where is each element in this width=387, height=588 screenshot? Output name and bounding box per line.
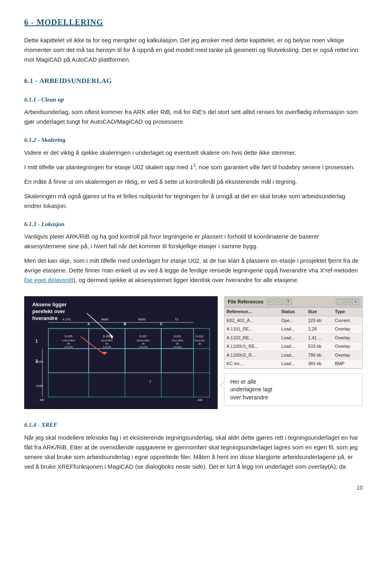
table-cell: Current [333, 316, 362, 325]
subsection-6-1-2-body4: Skaleringen må også gjøres ut fra et fel… [24, 191, 363, 211]
subsection-6-1-2-body2: I mitt tilfelle var plantegningen for et… [24, 162, 363, 172]
svg-text:2: 2 [35, 359, 38, 364]
svg-text:C: C [160, 322, 163, 326]
table-cell: 365 kb [306, 359, 333, 368]
table-cell: Load... [279, 351, 306, 359]
subsection-6-1-4-body: Når jeg skal modellere tekniske fag i et… [24, 433, 363, 472]
svg-text:4R: 4R [105, 343, 108, 345]
svg-text:A: A [87, 322, 90, 326]
chapter-title: 6 - Modellering [24, 16, 363, 28]
subsection-6-1-3-body1: Vanligvis pleier ARK/RiB og ha god kontr… [24, 232, 363, 251]
svg-text:70m2 BRA: 70m2 BRA [171, 339, 183, 342]
svg-text:126m2 BRA: 126m2 BRA [62, 339, 75, 342]
svg-text:D-201: D-201 [173, 335, 181, 338]
subsection-6-1-1-heading: 6.1.1 - Clean up [24, 95, 363, 104]
svg-text:16m2 BRA: 16m2 BRA [101, 339, 112, 342]
file-ref-table: Reference... Status Size Type E02_402_A.… [225, 308, 362, 368]
svg-text:perefekt over: perefekt over [32, 308, 65, 314]
table-cell: 125 kb [306, 316, 333, 325]
page-number: 10 [24, 484, 363, 492]
table-cell: 533 kb [306, 342, 333, 351]
table-cell: Load... [279, 333, 306, 342]
xref-link[interactable]: se eget delavsnitt [26, 276, 73, 283]
annotation-bubble: Her er alle underlagene lagt over hveran… [224, 374, 363, 406]
table-cell: Load... [279, 359, 306, 368]
svg-text:7: 7 [149, 380, 151, 384]
table-cell: BMP [333, 359, 362, 368]
subsection-6-1-2-body1: Videre er det viktig å sjekke skaleringe… [24, 148, 363, 158]
svg-text:D-202: D-202 [196, 335, 203, 338]
table-cell: A 1101_RE... [225, 325, 279, 334]
table-cell: Overlay [333, 333, 362, 342]
col-header-type: Type [333, 308, 362, 316]
col-header-reference: Reference... [225, 308, 279, 316]
svg-text:3R: 3R [198, 343, 201, 345]
toolbar-icons: ← → ? [267, 299, 292, 305]
table-row[interactable]: A 1101_RE...Load...2,28Overlay [225, 325, 362, 334]
table-row[interactable]: A 1100U2_R...Load...796 kbOverlay [225, 351, 362, 359]
toolbar-min-btn[interactable]: _ [336, 299, 343, 305]
svg-text:3R: 3R [176, 343, 179, 345]
toolbar-max-btn[interactable]: □ [344, 299, 351, 305]
right-panel: File References ← → ? _ □ × Reference...… [224, 296, 363, 406]
table-cell: Load... [279, 325, 306, 334]
table-cell: A 1100U2_R... [225, 351, 279, 359]
svg-text:2 PLAN: 2 PLAN [64, 346, 73, 348]
svg-text:D-206: D-206 [103, 335, 110, 338]
svg-text:4100: 4100 [36, 384, 43, 388]
svg-text:4 270: 4 270 [62, 318, 71, 321]
svg-text:D-205: D-205 [64, 335, 72, 338]
table-cell: 796 kb [306, 351, 333, 359]
toolbar-help-btn[interactable]: ? [285, 299, 292, 305]
toolbar-fwd-btn[interactable]: → [276, 299, 283, 305]
svg-text:9600: 9600 [101, 318, 108, 321]
table-cell: 1,41 ... [306, 333, 333, 342]
svg-text:4 PLAN: 4 PLAN [139, 346, 148, 348]
toolbar-back-btn[interactable]: ← [267, 299, 274, 305]
section-6-1-heading: 6.1 - Arbeidsunderlag [24, 76, 363, 86]
svg-text:400: 400 [198, 399, 202, 401]
table-cell: Overlay [333, 351, 362, 359]
col-header-status: Status [279, 308, 306, 316]
subsection-6-1-3-heading: 6.1.3 - Lokasjon [24, 220, 363, 229]
table-cell: KC inc... [225, 359, 279, 368]
svg-text:400: 400 [40, 399, 44, 401]
svg-text:104m2 BRA: 104m2 BRA [137, 339, 150, 342]
table-row[interactable]: A 1102_RE...Load...1,41 ...Overlay [225, 333, 362, 342]
table-cell: Overlay [333, 325, 362, 334]
toolbar-close-btn[interactable]: × [352, 299, 359, 305]
subsection-6-1-2-heading: 6.1.2 - Skalering [24, 135, 363, 145]
file-ref-titlebar: File References ← → ? _ □ × [225, 297, 362, 308]
table-row[interactable]: A 1100U1_RE...Load...533 kbOverlay [225, 342, 362, 351]
svg-text:2 PLAN: 2 PLAN [103, 346, 111, 348]
image-block: 4 270 9600 6000 72 D-205 126m2 BRA 4R 2 … [24, 296, 363, 409]
subsection-6-1-1-body: Arbeidsunderlag, som oftest kommer fra A… [24, 107, 363, 127]
svg-text:63m2 BR: 63m2 BR [194, 339, 205, 342]
table-row[interactable]: E02_402_A...Ope...125 kbCurrent [225, 316, 362, 325]
svg-text:4R: 4R [67, 343, 70, 345]
file-ref-title: File References [228, 298, 264, 305]
svg-text:6000: 6000 [138, 318, 146, 321]
svg-text:B: B [124, 322, 127, 326]
floor-plan-drawing: 4 270 9600 6000 72 D-205 126m2 BRA 4R 2 … [24, 296, 218, 409]
table-cell: Load... [279, 342, 306, 351]
svg-text:D-207: D-207 [139, 335, 147, 338]
table-cell: Overlay [333, 342, 362, 351]
table-row[interactable]: KC inc...Load...365 kbBMP [225, 359, 362, 368]
svg-text:1: 1 [35, 339, 38, 343]
table-cell: Ope... [279, 316, 306, 325]
table-cell: E02_402_A... [225, 316, 279, 325]
table-cell: 2,28 [306, 325, 333, 334]
subsection-6-1-2-body3: En måte å finne ut om skaleringen er rik… [24, 177, 363, 187]
table-cell: A 1100U1_RE... [225, 342, 279, 351]
svg-text:hverandre: hverandre [32, 315, 58, 321]
svg-text:Aksene ligger: Aksene ligger [32, 301, 67, 308]
table-cell: A 1102_RE... [225, 333, 279, 342]
svg-text:72: 72 [175, 318, 179, 321]
svg-text:4R: 4R [141, 343, 145, 345]
chapter-intro: Dette kapittelet vil ikke ta for seg men… [24, 35, 363, 64]
svg-text:2 PLAN: 2 PLAN [173, 346, 182, 348]
subsection-6-1-3-body2: Men det kan skje, som i mitt tilfelle me… [24, 256, 363, 285]
file-references-box: File References ← → ? _ □ × Reference...… [224, 296, 363, 369]
col-header-size: Size [306, 308, 333, 316]
